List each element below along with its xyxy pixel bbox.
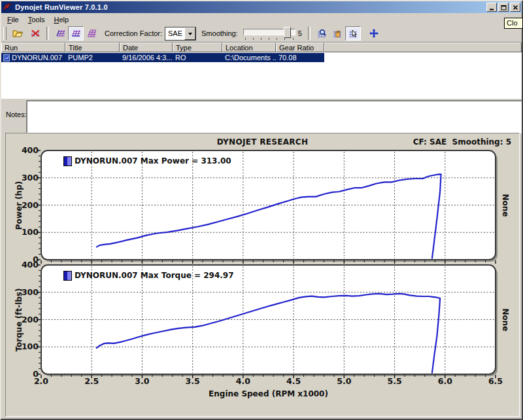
graph-overlay-button[interactable] (68, 26, 84, 41)
notes-label: Notes: (6, 111, 27, 118)
location-cell: C:\Documents ... (222, 54, 276, 61)
power-legend: DYNORUN.007 Max Power = 313.00 (63, 156, 231, 166)
notes-input[interactable] (26, 100, 522, 133)
torque-right-label: None (501, 274, 510, 366)
graph-overlay-icon (71, 28, 81, 39)
zoom-chart-icon (316, 28, 327, 39)
run-list: Run Title Date Type Location Gear Ratio … (1, 42, 522, 99)
torque-legend-text: DYNORUN.007 Max Torque = 294.97 (75, 271, 234, 280)
minimize-button[interactable] (486, 3, 497, 12)
graph-icon (55, 28, 65, 39)
torque-legend-swatch (63, 271, 72, 281)
smoothing-slider[interactable] (243, 26, 295, 41)
move-tool-button[interactable] (366, 26, 382, 41)
zoom-tool-button[interactable] (314, 26, 329, 41)
power-legend-swatch (63, 156, 72, 166)
maximize-button[interactable] (498, 3, 509, 12)
close-button[interactable] (510, 3, 520, 12)
torque-axis-title: Torque (ft-lbs) (14, 274, 24, 366)
toolbar: Correction Factor: SAE Smoothing: 5 (1, 25, 522, 43)
column-header-gear-ratio[interactable]: Gear Ratio (276, 43, 324, 52)
combo-dropdown-button[interactable] (184, 27, 195, 40)
toolbar-separator (46, 27, 49, 40)
column-header-type[interactable]: Type (173, 43, 222, 52)
graph-multi-icon (86, 28, 97, 39)
graph-multi-button[interactable] (84, 26, 99, 41)
correction-factor-label: Correction Factor: (105, 29, 162, 37)
smoothing-label: Smoothing: (201, 29, 238, 37)
close-tooltip: Clo (504, 18, 523, 29)
torque-legend: DYNORUN.007 Max Torque = 294.97 (63, 270, 234, 281)
power-legend-text: DYNORUN.007 Max Power = 313.00 (75, 156, 231, 166)
delete-run-button[interactable] (27, 26, 43, 41)
maximize-icon (501, 5, 507, 10)
toolbar-separator (308, 27, 311, 40)
pan-hand-icon (332, 28, 343, 39)
column-header-location[interactable]: Location (222, 43, 276, 52)
correction-factor-value: SAE (165, 29, 184, 37)
type-cell: RO (173, 54, 222, 61)
slider-thumb[interactable] (284, 27, 291, 38)
gear-ratio-cell: 70.08 (276, 54, 324, 61)
title-cell: PUMP2 (65, 54, 120, 61)
slider-ticks (245, 38, 294, 40)
column-header-title[interactable]: Title (65, 43, 120, 52)
smoothing-value: 5 (298, 29, 302, 37)
power-axis-title: Power (hp) (14, 160, 24, 251)
torque-plot-area[interactable] (41, 265, 496, 374)
menu-help[interactable]: Help (49, 14, 73, 25)
title-bar[interactable]: Dynojet RunViewer 7.0.1.0 (1, 1, 522, 13)
correction-factor-select[interactable]: SAE (165, 27, 196, 41)
menu-bar: File Tools Help (1, 14, 522, 25)
window-title: Dynojet RunViewer 7.0.1.0 (15, 3, 108, 11)
close-icon (513, 5, 518, 10)
run-cell: DYNORUN.007 (1, 54, 65, 61)
minimize-icon (489, 5, 495, 10)
run-list-header: Run Title Date Type Location Gear Ratio (1, 43, 522, 52)
menu-file[interactable]: File (3, 14, 24, 25)
pan-tool-button[interactable] (329, 26, 345, 41)
column-header-run[interactable]: Run (1, 43, 65, 52)
chart-panel: DYNOJET RESEARCH CF: SAE Smoothing: 5 DY… (5, 133, 520, 417)
column-header-filler (324, 43, 522, 52)
open-folder-icon (12, 28, 23, 39)
graph-single-button[interactable] (52, 26, 68, 41)
open-run-button[interactable] (10, 26, 25, 41)
run-file-icon (3, 54, 10, 61)
x-axis-title: Engine Speed (RPM x1000) (41, 389, 496, 398)
move-cross-icon (369, 28, 379, 39)
toolbar-gripper[interactable] (3, 27, 7, 40)
cursor-chart-icon (348, 28, 358, 39)
app-icon (3, 3, 12, 12)
delete-run-icon (30, 28, 41, 39)
chevron-down-icon (188, 33, 192, 37)
menu-tools[interactable]: Tools (24, 14, 50, 25)
run-name: DYNORUN.007 (12, 54, 62, 61)
run-row[interactable]: DYNORUN.007 PUMP2 9/16/2006 4:3... RO C:… (1, 53, 324, 62)
select-tool-button[interactable] (345, 26, 361, 41)
power-plot-area[interactable] (41, 150, 496, 260)
column-header-date[interactable]: Date (120, 43, 173, 52)
app-window: Dynojet RunViewer 7.0.1.0 File Tools Hel… (0, 0, 523, 420)
date-cell: 9/16/2006 4:3... (120, 54, 173, 61)
power-right-label: None (501, 160, 510, 251)
